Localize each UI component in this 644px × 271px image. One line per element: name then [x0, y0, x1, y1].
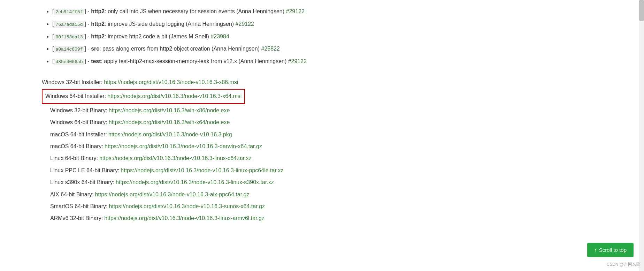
download-link[interactable]: https://nodejs.org/dist/v10.16.3/node-v1… [95, 189, 250, 200]
desc-3: : improve http2 code a bit (James M Snel… [105, 33, 209, 39]
commit-hash-3[interactable]: 00f153da13 [54, 34, 84, 40]
commit-hash-5[interactable]: d85e4006ab [54, 59, 84, 65]
download-label: Windows 64-bit Binary: [50, 117, 107, 128]
list-item: [d85e4006ab] - test: apply test-http2-ma… [52, 57, 526, 66]
download-row-win32-binary: Windows 32-bit Binary: https://nodejs.or… [42, 105, 526, 116]
commit-hash-4[interactable]: a0a14c809f [54, 46, 84, 53]
category-4: src [91, 46, 99, 52]
download-link[interactable]: https://nodejs.org/dist/v10.16.3/node-v1… [105, 141, 262, 152]
dash-5: - [87, 58, 91, 64]
download-row-linux64-binary: Linux 64-bit Binary: https://nodejs.org/… [42, 152, 526, 164]
download-row-linux-ppc-binary: Linux PPC LE 64-bit Binary: https://node… [42, 165, 526, 176]
download-row-linux-s390x-binary: Linux s390x 64-bit Binary: https://nodej… [42, 176, 526, 188]
commit-hash-1[interactable]: 2eb914ff5f [54, 9, 84, 15]
download-label: Windows 64-bit Installer: [45, 91, 106, 101]
download-link[interactable]: https://nodejs.org/dist/v10.16.3/win-x86… [109, 105, 230, 116]
download-row-armv6-binary: ARMv6 32-bit Binary: https://nodejs.org/… [42, 212, 526, 224]
download-label: macOS 64-bit Binary: [50, 141, 103, 152]
download-link[interactable]: https://nodejs.org/dist/v10.16.3/node-v1… [108, 129, 232, 140]
list-item: [2eb914ff5f] - http2: only call into JS … [52, 7, 526, 16]
pr-link-5[interactable]: #29122 [288, 58, 307, 64]
scrollbar-thumb[interactable] [639, 0, 644, 21]
download-link[interactable]: https://nodejs.org/dist/v10.16.3/node-v1… [99, 153, 252, 164]
desc-2: : improve JS-side debug logging (Anna He… [105, 21, 234, 27]
download-row-win32-installer: Windows 32-bit Installer: https://nodejs… [42, 76, 526, 88]
main-content: [2eb914ff5f] - http2: only call into JS … [0, 0, 540, 239]
list-item: [76a7ada15d] - http2: improve JS-side de… [52, 20, 526, 29]
category-5: test [91, 58, 101, 64]
download-row-aix-binary: AIX 64-bit Binary: https://nodejs.org/di… [42, 189, 526, 201]
scrollbar-track[interactable] [639, 0, 644, 271]
download-label: ARMv6 32-bit Binary: [50, 213, 103, 224]
download-row-macos-binary: macOS 64-bit Binary: https://nodejs.org/… [42, 141, 526, 152]
desc-4: : pass along errors from http2 object cr… [99, 46, 260, 52]
download-link[interactable]: https://nodejs.org/dist/v10.16.3/node-v1… [116, 177, 274, 188]
download-link[interactable]: https://nodejs.org/dist/v10.16.3/node-v1… [104, 77, 238, 88]
scroll-to-top-label: Scroll to top [599, 247, 627, 253]
dash-4: - [87, 46, 91, 52]
download-row-macos-installer: macOS 64-bit Installer: https://nodejs.o… [42, 129, 526, 141]
desc-5: : apply test-http2-max-session-memory-le… [101, 58, 287, 64]
dash-3: - [87, 33, 91, 39]
desc-1: : only call into JS when necessary for s… [105, 8, 284, 14]
category-2: http2 [91, 21, 105, 27]
download-link[interactable]: https://nodejs.org/dist/v10.16.3/node-v1… [104, 213, 264, 224]
commit-hash-2[interactable]: 76a7ada15d [54, 21, 84, 28]
download-label: Linux 64-bit Binary: [50, 153, 98, 164]
download-row-smartos-binary: SmartOS 64-bit Binary: https://nodejs.or… [42, 201, 526, 212]
category-1: http2 [91, 8, 105, 14]
scroll-to-top-button[interactable]: ↑ Scroll to top [587, 243, 634, 257]
download-label: macOS 64-bit Installer: [50, 129, 107, 140]
pr-link-3[interactable]: #23984 [210, 33, 229, 39]
dash-2: - [87, 21, 91, 27]
scroll-arrow-icon: ↑ [594, 247, 597, 253]
download-link[interactable]: https://nodejs.org/dist/v10.16.3/node-v1… [107, 91, 242, 101]
download-label: SmartOS 64-bit Binary: [50, 201, 108, 212]
download-label: Windows 32-bit Binary: [50, 105, 107, 116]
csdn-watermark: CSDN @吉网名隆 [606, 262, 641, 268]
pr-link-4[interactable]: #25822 [261, 46, 279, 52]
download-section: Windows 32-bit Installer: https://nodejs… [42, 76, 526, 225]
download-link[interactable]: https://nodejs.org/dist/v10.16.3/win-x64… [109, 117, 230, 128]
download-row-win64-installer: Windows 64-bit Installer: https://nodejs… [42, 89, 245, 104]
pr-link-1[interactable]: #29122 [286, 8, 305, 14]
category-3: http2 [91, 33, 105, 39]
list-item: [00f153da13] - http2: improve http2 code… [52, 32, 526, 41]
download-row-win64-binary: Windows 64-bit Binary: https://nodejs.or… [42, 116, 526, 128]
download-link[interactable]: https://nodejs.org/dist/v10.16.3/node-v1… [121, 165, 283, 176]
download-label: Windows 32-bit Installer: [42, 77, 102, 88]
download-label: AIX 64-bit Binary: [50, 189, 94, 200]
list-item: [a0a14c809f] - src: pass along errors fr… [52, 44, 526, 53]
download-link[interactable]: https://nodejs.org/dist/v10.16.3/node-v1… [109, 201, 265, 212]
download-label: Linux s390x 64-bit Binary: [50, 177, 114, 188]
dash-1: - [87, 8, 91, 14]
commit-list: [2eb914ff5f] - http2: only call into JS … [42, 7, 526, 66]
download-label: Linux PPC LE 64-bit Binary: [50, 165, 119, 176]
pr-link-2[interactable]: #29122 [236, 21, 254, 27]
